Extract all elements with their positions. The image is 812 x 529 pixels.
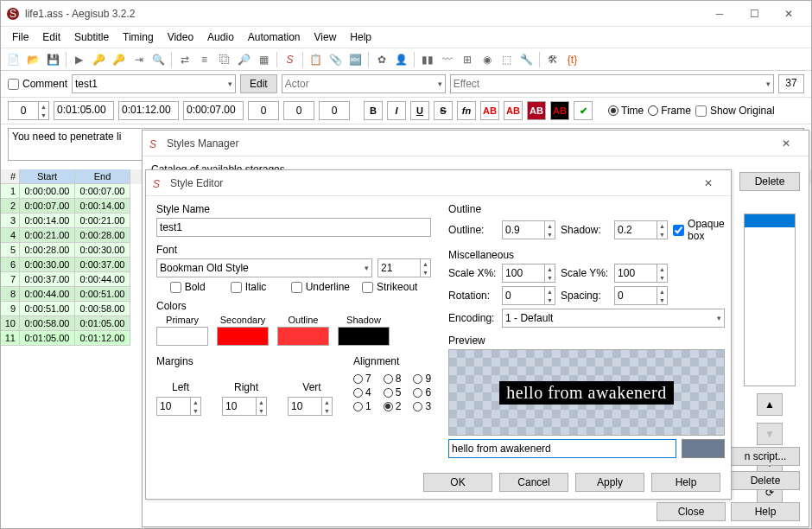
align-8[interactable]: 8 xyxy=(384,373,402,385)
align-4[interactable]: 4 xyxy=(353,386,371,398)
font-button[interactable]: fn xyxy=(457,101,476,120)
color3-button[interactable]: AB xyxy=(527,101,546,120)
encoding-select[interactable]: 1 - Default▾ xyxy=(502,309,725,328)
align-6[interactable]: 6 xyxy=(413,386,431,398)
end-time[interactable]: 0:01:12.00 xyxy=(118,101,179,120)
secondary-color[interactable] xyxy=(217,327,269,346)
start-time[interactable]: 0:01:05.00 xyxy=(54,101,114,120)
find-icon[interactable]: 🔎 xyxy=(235,50,253,68)
italic-checkbox[interactable]: Italic xyxy=(231,281,279,293)
menu-video[interactable]: Video xyxy=(162,29,200,46)
storage-delete-button[interactable]: Delete xyxy=(739,172,800,191)
open-icon[interactable]: 📂 xyxy=(24,50,42,68)
preview-bgcolor[interactable] xyxy=(682,439,725,458)
move-down-button[interactable]: ▼ xyxy=(757,423,783,445)
color4-button[interactable]: AB xyxy=(550,101,569,120)
menu-subtitle[interactable]: Subtitle xyxy=(68,29,115,46)
outline-color[interactable] xyxy=(277,327,329,346)
rotation-input[interactable] xyxy=(502,286,545,305)
align-3[interactable]: 3 xyxy=(413,400,431,412)
actor-select[interactable]: Actor▾ xyxy=(282,74,446,93)
shadow-color[interactable] xyxy=(338,327,390,346)
menu-audio[interactable]: Audio xyxy=(201,29,240,46)
margin-left-input[interactable] xyxy=(156,397,191,416)
align-1[interactable]: 1 xyxy=(353,400,371,412)
align-7[interactable]: 7 xyxy=(353,373,371,385)
layer-spin[interactable]: ▲▼ xyxy=(39,101,49,120)
sm-close-button[interactable]: Close xyxy=(657,502,726,521)
assistant-icon[interactable]: 👤 xyxy=(392,50,410,68)
align-2[interactable]: 2 xyxy=(384,400,402,412)
tool1-icon[interactable]: 📋 xyxy=(307,50,325,68)
spacing-input[interactable] xyxy=(614,286,657,305)
tag-icon[interactable]: {t} xyxy=(563,50,581,68)
sort-icon[interactable]: ≡ xyxy=(195,50,213,68)
opaque-checkbox[interactable]: Opaque box xyxy=(673,218,725,242)
video-open-icon[interactable]: ▶ xyxy=(70,50,88,68)
font-collector-icon[interactable]: 🔤 xyxy=(346,50,365,68)
commit-button[interactable]: ✔ xyxy=(574,101,593,120)
seek-icon[interactable]: ⇥ xyxy=(130,50,148,68)
margin-l[interactable]: 0 xyxy=(248,101,279,120)
menu-view[interactable]: View xyxy=(308,29,343,46)
shadow-input[interactable] xyxy=(614,220,657,239)
zoom-icon[interactable]: 🔍 xyxy=(149,50,168,68)
primary-color[interactable] xyxy=(156,327,208,346)
comment-checkbox[interactable]: Comment xyxy=(8,78,67,90)
duration[interactable]: 0:00:07.00 xyxy=(183,101,244,120)
edit-style-button[interactable]: Edit xyxy=(240,74,277,93)
menu-edit[interactable]: Edit xyxy=(36,29,67,46)
margin-right-input[interactable] xyxy=(222,397,257,416)
tool4-icon[interactable]: 〰 xyxy=(438,50,456,68)
frame-radio[interactable]: Frame xyxy=(648,105,691,117)
time-radio[interactable]: Time xyxy=(608,105,644,117)
tool3-icon[interactable]: ▮▮ xyxy=(418,50,436,68)
save-icon[interactable]: 💾 xyxy=(44,50,62,68)
apply-button[interactable]: Apply xyxy=(575,473,644,492)
font-size-spin[interactable]: ▲▼ xyxy=(421,258,431,277)
style-delete-button[interactable]: Delete xyxy=(731,471,800,490)
menu-help[interactable]: Help xyxy=(344,29,377,46)
key2-icon[interactable]: 🔑 xyxy=(110,50,128,68)
align-9[interactable]: 9 xyxy=(413,373,431,385)
color1-button[interactable]: AB xyxy=(480,101,499,120)
margin-r[interactable]: 0 xyxy=(283,101,314,120)
minimize-button[interactable]: ─ xyxy=(702,4,737,23)
attach-icon[interactable]: 📎 xyxy=(327,50,345,68)
underline-button[interactable]: U xyxy=(410,101,429,120)
color2-button[interactable]: AB xyxy=(504,101,523,120)
preview-text-input[interactable] xyxy=(448,439,676,458)
shift-icon[interactable]: ⇄ xyxy=(175,50,193,68)
style-name-input[interactable] xyxy=(156,218,431,237)
font-size-input[interactable] xyxy=(377,258,421,277)
list-item[interactable] xyxy=(745,214,795,227)
ok-button[interactable]: OK xyxy=(423,473,492,492)
italic-button[interactable]: I xyxy=(387,101,406,120)
underline-checkbox[interactable]: Underline xyxy=(291,281,350,293)
strikeout-checkbox[interactable]: Strikeout xyxy=(362,281,417,293)
tool2-icon[interactable]: ✿ xyxy=(372,50,390,68)
se-help-button[interactable]: Help xyxy=(651,473,720,492)
margin-vert-input[interactable] xyxy=(288,397,322,416)
scaley-input[interactable] xyxy=(614,264,657,283)
menu-file[interactable]: File xyxy=(6,29,35,46)
scalex-input[interactable] xyxy=(502,264,545,283)
styles-icon[interactable]: S xyxy=(281,50,299,68)
settings-icon[interactable]: 🛠 xyxy=(543,50,561,68)
styles-manager-close[interactable]: ✕ xyxy=(769,134,803,153)
layer-input[interactable]: 0 xyxy=(8,101,39,120)
move-up-button[interactable]: ▲ xyxy=(757,393,783,416)
show-original-checkbox[interactable]: Show Original xyxy=(695,105,775,117)
keyframe-icon[interactable]: 🔑 xyxy=(90,50,108,68)
menu-automation[interactable]: Automation xyxy=(242,29,307,46)
resample-icon[interactable]: ◉ xyxy=(478,50,496,68)
effect-select[interactable]: Effect▾ xyxy=(450,74,774,93)
menu-timing[interactable]: Timing xyxy=(117,29,160,46)
maximize-button[interactable]: ☐ xyxy=(737,4,771,23)
tool6-icon[interactable]: ⬚ xyxy=(498,50,516,68)
strike-button[interactable]: S xyxy=(434,101,453,120)
styles-listbox[interactable] xyxy=(744,214,796,386)
tool5-icon[interactable]: ⊞ xyxy=(458,50,476,68)
tool7-icon[interactable]: 🔧 xyxy=(517,50,536,68)
close-button[interactable]: ✕ xyxy=(771,4,806,23)
